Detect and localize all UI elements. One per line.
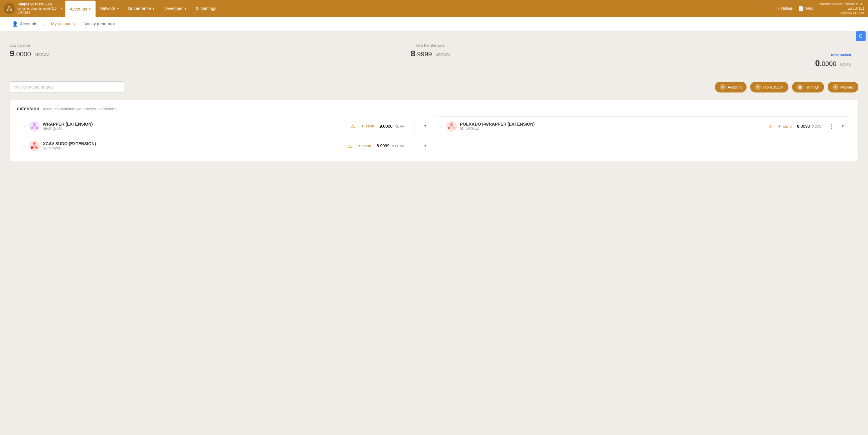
more-wrapper-button[interactable]: ⋮ bbox=[410, 122, 418, 131]
filter-actions-row: + Account ↻ From JSON ▦ From Qr + Proxie… bbox=[10, 81, 858, 93]
transferrable-decimal: .9999 bbox=[415, 50, 432, 58]
brand-logo bbox=[4, 3, 15, 14]
dropdown-wrapper-button[interactable]: ▼ bbox=[422, 123, 429, 130]
xcav-sudo-name: XCAV-SUDO (EXTENSION) bbox=[43, 141, 345, 146]
developer-caret-icon: ▼ bbox=[184, 7, 187, 10]
more-xcav-sudo-button[interactable]: ⋮ bbox=[410, 141, 418, 150]
svg-line-4 bbox=[9, 7, 11, 10]
warning-icon-xcav-sudo: ⚠ bbox=[348, 143, 352, 149]
polkadot-addr: 5ChWZBwZ... bbox=[460, 127, 765, 131]
chain-name: Simple xcavate 3031 bbox=[18, 2, 57, 7]
proxied-button[interactable]: + Proxied bbox=[828, 81, 858, 93]
xcav-sudo-info: XCAV-SUDO (EXTENSION) 5Di7RnyX8... bbox=[43, 141, 345, 150]
section-subtitle: accounts available via browser extension… bbox=[43, 107, 116, 111]
avatar-polkadot bbox=[446, 121, 457, 132]
github-link[interactable]: ⑂ GitHub bbox=[777, 6, 793, 11]
wrapper-info: WRAPPER (EXTENSION) 5EcKtQoUJ... bbox=[43, 122, 348, 131]
send-wrapper-label: send bbox=[366, 124, 374, 128]
locked-currency: XCAV bbox=[840, 62, 851, 67]
section-title: extension bbox=[17, 106, 39, 111]
locked-whole: 0 bbox=[815, 59, 820, 68]
brand-info: Simple xcavate 3031 container-chain-temp… bbox=[18, 2, 57, 15]
locked-balance-item: total locked 0.0000 XCAV bbox=[570, 53, 858, 68]
account-row-empty bbox=[434, 136, 851, 156]
add-account-label: Account bbox=[727, 85, 742, 90]
add-account-button[interactable]: + Account bbox=[715, 81, 747, 93]
send-wrapper-icon: ✈ bbox=[361, 124, 364, 129]
nav-settings[interactable]: ⚙ Settings bbox=[191, 0, 221, 17]
wrapper-name: WRAPPER (EXTENSION) bbox=[43, 122, 348, 127]
svg-point-26 bbox=[33, 145, 35, 147]
star-wrapper[interactable]: ☆ bbox=[22, 123, 26, 129]
sub-tabs: 👤 Accounts › My accounts Vanity generato… bbox=[0, 17, 868, 31]
avatar-wrapper bbox=[29, 121, 40, 132]
nav-network[interactable]: Network ▼ bbox=[96, 0, 124, 17]
from-json-button[interactable]: ↻ From JSON bbox=[750, 81, 788, 93]
tab-vanity-generator[interactable]: Vanity generator bbox=[80, 17, 120, 31]
nav-right: ⑂ GitHub 📄 Wiki Parachain Collator Templ… bbox=[777, 2, 864, 15]
svg-point-18 bbox=[451, 125, 453, 127]
proxied-label: Proxied bbox=[840, 85, 854, 90]
account-row-xcav-sudo: ☆ XCAV-SUDO (EXTENSION) 5Di bbox=[17, 136, 434, 156]
account-row-polkadot: ☆ POLKADOT-WRAPPER (EXTENSION) bbox=[434, 116, 851, 136]
send-polkadot-label: send bbox=[783, 124, 792, 129]
send-polkadot-icon: ✈ bbox=[778, 124, 781, 129]
translate-widget[interactable]: G bbox=[856, 31, 866, 41]
total-decimal: .0000 bbox=[14, 50, 31, 58]
filter-input[interactable] bbox=[10, 81, 124, 93]
wiki-label: Wiki bbox=[805, 6, 813, 11]
avatar-xcav-sudo bbox=[29, 140, 40, 151]
accounts-tab-icon: 👤 bbox=[12, 21, 18, 27]
dropdown-polkadot-button[interactable]: ▼ bbox=[839, 123, 846, 130]
nav-developer[interactable]: Developer ▼ bbox=[159, 0, 191, 17]
locked-decimal: .0000 bbox=[820, 60, 836, 67]
governance-caret-icon: ▼ bbox=[152, 7, 155, 10]
block-number: #450,516 bbox=[18, 11, 57, 15]
proxied-icon: + bbox=[832, 84, 838, 90]
star-xcav-sudo[interactable]: ☆ bbox=[22, 143, 26, 149]
wiki-link[interactable]: 📄 Wiki bbox=[798, 6, 813, 11]
nav-developer-label: Developer bbox=[163, 6, 183, 11]
brand[interactable]: Simple xcavate 3031 container-chain-temp… bbox=[4, 2, 63, 15]
xcav-sudo-addr: 5Di7RnyX8... bbox=[43, 146, 345, 150]
send-polkadot-button[interactable]: ✈ send bbox=[775, 123, 794, 130]
account-row-wrapper: ☆ WRAPPER (EXTENSION) 5EcKt bbox=[17, 116, 434, 136]
transferrable-balance-item: total transferrable 8.9999 MXCAV bbox=[290, 43, 571, 59]
breadcrumb-separator: › bbox=[43, 21, 45, 27]
send-xcav-sudo-button[interactable]: ✈ send bbox=[355, 142, 373, 149]
tab-accounts-label: Accounts bbox=[20, 22, 37, 26]
polkadot-balance: 0.0090 XCAV bbox=[797, 124, 822, 129]
svg-line-3 bbox=[7, 7, 9, 10]
tab-my-accounts[interactable]: My accounts bbox=[46, 17, 80, 31]
transferrable-value: 8.9999 MXCAV bbox=[290, 49, 571, 59]
send-xcav-sudo-icon: ✈ bbox=[358, 143, 361, 148]
locked-value: 0.0000 XCAV bbox=[570, 59, 851, 68]
nav-accounts[interactable]: Accounts ▼ bbox=[65, 1, 96, 18]
star-polkadot[interactable]: ☆ bbox=[439, 124, 443, 129]
tab-accounts[interactable]: 👤 Accounts bbox=[7, 17, 42, 31]
total-balance-label: total balance bbox=[10, 43, 290, 47]
chain-sub: container-chain-template/310 bbox=[18, 7, 57, 11]
nav-governance[interactable]: Governance ▼ bbox=[124, 0, 159, 17]
wrapper-balance: 9.0000 XCAV bbox=[380, 124, 404, 129]
main-content: G total balance 9.0000 MXCAV total trans… bbox=[0, 31, 868, 173]
extension-section: extension accounts available via browser… bbox=[10, 100, 858, 162]
settings-icon: ⚙ bbox=[195, 6, 199, 11]
dropdown-xcav-sudo-button[interactable]: ▼ bbox=[422, 142, 429, 149]
from-qr-button[interactable]: ▦ From Qr bbox=[792, 81, 824, 93]
from-qr-label: From Qr bbox=[805, 85, 819, 90]
translate-icon: G bbox=[859, 33, 863, 39]
polkadot-name: POLKADOT-WRAPPER (EXTENSION) bbox=[460, 122, 765, 127]
from-json-icon: ↻ bbox=[755, 84, 761, 90]
more-polkadot-button[interactable]: ⋮ bbox=[827, 122, 836, 131]
from-json-label: From JSON bbox=[763, 85, 784, 90]
transferrable-currency: MXCAV bbox=[435, 53, 450, 57]
polkadot-info: POLKADOT-WRAPPER (EXTENSION) 5ChWZBwZ... bbox=[460, 122, 765, 131]
balance-row: total balance 9.0000 MXCAV total transfe… bbox=[10, 39, 858, 73]
send-wrapper-button[interactable]: ✈ send bbox=[358, 123, 376, 130]
section-header: extension accounts available via browser… bbox=[17, 106, 851, 111]
github-label: GitHub bbox=[781, 6, 793, 11]
total-whole: 9 bbox=[10, 49, 14, 58]
wrapper-addr: 5EcKtQoUJ... bbox=[43, 127, 348, 131]
warning-icon-polkadot: ⚠ bbox=[768, 124, 772, 129]
